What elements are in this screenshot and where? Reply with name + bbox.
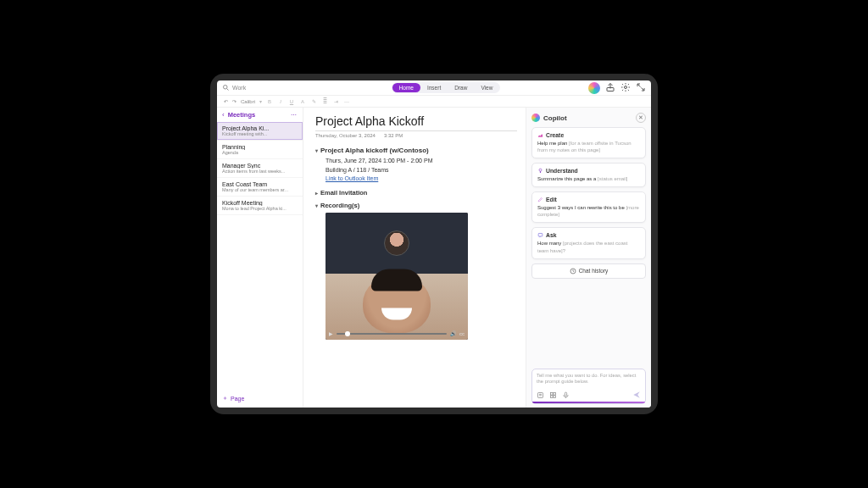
mic-icon[interactable] <box>562 391 570 400</box>
card-text: How many <box>537 241 563 246</box>
font-picker[interactable]: Calibri <box>241 99 255 104</box>
recording-tile-bottom: ▶ 🔊 cc <box>326 274 468 340</box>
svg-point-0 <box>224 86 228 90</box>
page-item-title: Project Alpha Ki... <box>222 125 298 131</box>
undo-icon[interactable]: ↶ <box>224 98 228 104</box>
bold-icon[interactable]: B <box>266 99 273 104</box>
bullets-icon[interactable]: ≣ <box>321 98 328 104</box>
chat-history-label: Chat history <box>579 268 609 274</box>
recordings-heading[interactable]: Recording(s) <box>320 202 359 209</box>
plus-icon: ＋ <box>222 394 228 402</box>
card-head: Create <box>546 132 564 138</box>
meeting-heading[interactable]: Project Alpha kickoff (w/Contoso) <box>320 147 429 154</box>
topbar: Work Home Insert Draw View <box>217 80 651 96</box>
cc-icon[interactable]: cc <box>459 331 465 336</box>
svg-point-4 <box>539 169 542 171</box>
page-item-sub: Kickoff meeting with... <box>222 131 298 136</box>
page-meta: Thursday, October 3, 2024 3:32 PM <box>315 133 517 138</box>
play-icon[interactable]: ▶ <box>329 330 333 336</box>
note-canvas[interactable]: Project Alpha Kickoff Thursday, October … <box>303 108 526 408</box>
recording-embed[interactable]: ▶ 🔊 cc <box>326 213 468 340</box>
prompt-guide-icon[interactable] <box>537 391 544 400</box>
section-title[interactable]: Meetings <box>228 111 256 119</box>
chat-history-button[interactable]: Chat history <box>531 263 646 279</box>
add-content-icon[interactable] <box>549 391 557 400</box>
card-text: Help me plan <box>537 141 569 146</box>
chevron-down-icon[interactable]: ▾ <box>259 98 262 104</box>
share-icon[interactable] <box>605 82 615 92</box>
search-box[interactable]: Work <box>222 84 303 92</box>
highlight-icon[interactable]: ✎ <box>310 98 317 104</box>
page-item[interactable]: East Coast Team Many of our team members… <box>217 178 303 197</box>
page-item-title: East Coast Team <box>222 181 298 187</box>
tab-view[interactable]: View <box>474 83 499 92</box>
copilot-input[interactable]: Tell me what you want to do. For ideas, … <box>531 369 646 404</box>
page-item[interactable]: Planning Agenda <box>217 141 303 159</box>
app-screen: Work Home Insert Draw View ↶ ↷ Calibri ▾… <box>217 80 651 408</box>
page-item-title: Planning <box>222 144 298 150</box>
font-color-icon[interactable]: A <box>299 99 306 104</box>
card-head: Ask <box>546 232 556 238</box>
tab-home[interactable]: Home <box>392 83 420 92</box>
copilot-launch-icon[interactable] <box>588 82 600 94</box>
participant-avatar <box>384 230 409 256</box>
prompt-card-edit[interactable]: Edit Suggest 3 ways I can rewrite this t… <box>531 191 646 223</box>
participant-face <box>363 274 431 333</box>
prompt-card-ask[interactable]: Ask How many [projects does the east coa… <box>531 227 646 258</box>
copilot-logo-icon <box>531 114 540 122</box>
prompt-card-understand[interactable]: Understand Summarize this page as a [sta… <box>531 163 646 187</box>
page-title[interactable]: Project Alpha Kickoff <box>315 114 517 131</box>
ribbon-tabs: Home Insert Draw View <box>392 82 501 93</box>
copilot-placeholder: Tell me what you want to do. For ideas, … <box>537 373 641 385</box>
indent-icon[interactable]: ⇥ <box>332 98 339 104</box>
page-item-sub: Action items from last weeks... <box>222 169 298 174</box>
page-item-sub: Agenda <box>222 150 298 155</box>
underline-icon[interactable]: U <box>288 99 295 104</box>
page-item[interactable]: Manager Sync Action items from last week… <box>217 159 303 178</box>
page-date: Thursday, October 3, 2024 <box>315 133 376 138</box>
chevron-down-icon[interactable]: ▾ <box>315 202 318 208</box>
svg-rect-9 <box>551 392 554 395</box>
top-actions <box>588 82 646 94</box>
add-page-button[interactable]: ＋ Page <box>217 389 303 408</box>
search-placeholder: Work <box>232 85 246 91</box>
back-icon[interactable]: ‹ <box>222 111 225 119</box>
page-item[interactable]: Kickoff Meeting Mona to lead Project Alp… <box>217 197 303 215</box>
prompt-card-create[interactable]: Create Help me plan [for a team offsite … <box>531 127 646 158</box>
tab-draw[interactable]: Draw <box>448 83 474 92</box>
card-text: Summarize this page as a <box>537 176 598 181</box>
close-icon[interactable]: ✕ <box>636 113 646 123</box>
search-icon <box>222 84 230 92</box>
section-more-icon[interactable]: ⋯ <box>291 112 298 119</box>
card-head: Edit <box>546 197 557 202</box>
chevron-right-icon[interactable]: ▸ <box>315 190 318 196</box>
fullscreen-icon[interactable] <box>636 82 646 92</box>
tablet-frame: Work Home Insert Draw View ↶ ↷ Calibri ▾… <box>210 74 658 414</box>
page-item-title: Kickoff Meeting <box>222 200 298 206</box>
volume-icon[interactable]: 🔊 <box>450 330 456 336</box>
send-icon[interactable] <box>632 391 641 400</box>
playback-controls[interactable]: ▶ 🔊 cc <box>329 330 465 338</box>
copilot-panel: Copilot ✕ Create Help me plan [for a tea… <box>526 108 651 408</box>
svg-rect-10 <box>554 392 556 395</box>
recording-tile-top <box>326 213 468 274</box>
page-item-sub: Mona to lead Project Alpha ki... <box>222 206 298 211</box>
redo-icon[interactable]: ↷ <box>232 98 236 104</box>
email-invitation-heading[interactable]: Email Invitation <box>320 189 367 197</box>
meeting-where: Building A / 118 / Teams <box>326 166 517 175</box>
card-text: Suggest 3 ways I can rewrite this to be <box>537 205 626 210</box>
tab-insert[interactable]: Insert <box>420 83 448 92</box>
chevron-down-icon[interactable]: ▾ <box>315 147 318 153</box>
add-page-label: Page <box>231 396 244 402</box>
more-format-icon[interactable]: ⋯ <box>343 98 350 104</box>
settings-icon[interactable] <box>620 82 631 92</box>
outlook-link[interactable]: Link to Outlook Item <box>326 175 378 181</box>
copilot-title: Copilot <box>543 114 567 122</box>
svg-line-1 <box>227 89 229 91</box>
seek-bar[interactable] <box>337 333 447 335</box>
page-item[interactable]: Project Alpha Ki... Kickoff meeting with… <box>217 122 303 141</box>
card-head: Understand <box>546 168 578 174</box>
italic-icon[interactable]: I <box>277 99 284 104</box>
notebook-sidebar: ‹ Meetings ⋯ Project Alpha Ki... Kickoff… <box>217 108 303 408</box>
svg-rect-5 <box>540 172 541 173</box>
